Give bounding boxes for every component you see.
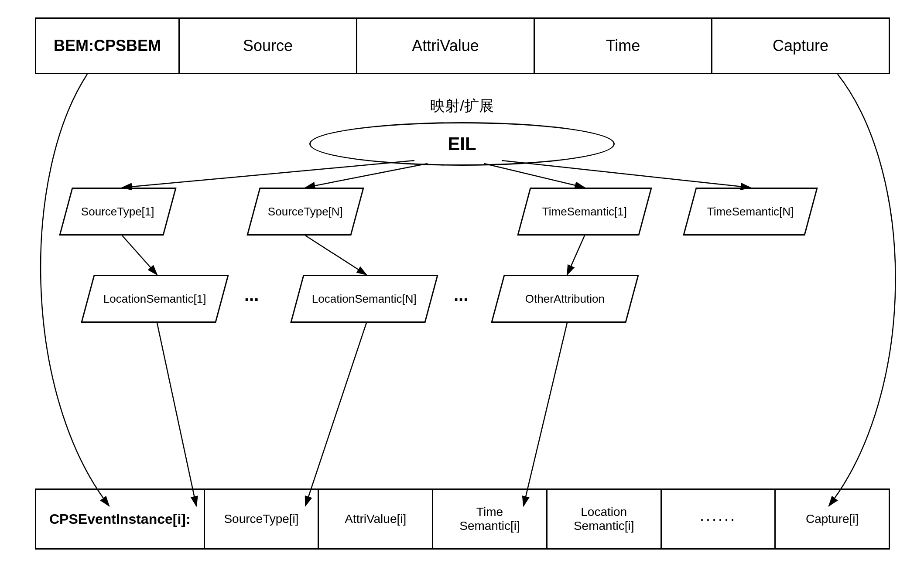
diamond-locationsemanticN: LocationSemantic[N] (290, 275, 438, 323)
bem-cols: Source AttriValue Time Capture (180, 19, 889, 73)
cps-col-location: LocationSemantic[i] (548, 490, 662, 548)
cps-col-dots: ······ (662, 490, 776, 548)
cps-cols: SourceType[i] AttriValue[i] TimeSemantic… (205, 490, 889, 548)
dots-left: ··· (244, 290, 259, 310)
eil-container: EIL (309, 122, 615, 166)
diagram-container: BEM:CPSBEM Source AttriValue Time Captur… (0, 0, 924, 567)
svg-line-7 (305, 236, 366, 275)
diamond-sourcetype1: SourceType[1] (59, 188, 176, 236)
diamond-timesemantic1: TimeSemantic[1] (517, 188, 652, 236)
bem-col-capture: Capture (712, 19, 889, 73)
cps-box: CPSEventInstance[i]: SourceType[i] Attri… (35, 488, 890, 550)
bem-col-source: Source (180, 19, 357, 73)
svg-line-6 (122, 236, 157, 275)
svg-line-11 (524, 323, 567, 506)
cps-col-attrivalue: AttriValue[i] (319, 490, 433, 548)
cps-label: CPSEventInstance[i]: (36, 490, 205, 548)
diamond-locationsemantic1: LocationSemantic[1] (81, 275, 229, 323)
bem-box: BEM:CPSBEM Source AttriValue Time Captur… (35, 17, 890, 74)
bem-label: BEM:CPSBEM (36, 19, 180, 73)
bem-col-time: Time (535, 19, 712, 73)
eil-ellipse: EIL (309, 122, 615, 166)
svg-line-3 (305, 164, 428, 188)
diamond-timesemanticN: TimeSemantic[N] (683, 188, 818, 236)
dots-right: ··· (454, 290, 468, 310)
bem-col-attrivalue: AttriValue (357, 19, 535, 73)
cps-col-sourcetype: SourceType[i] (205, 490, 319, 548)
diamond-sourcetypeN: SourceType[N] (246, 188, 364, 236)
diamond-otherattribution: OtherAttribution (491, 275, 639, 323)
svg-line-8 (567, 236, 585, 275)
mapping-label: 映射/扩展 (430, 96, 493, 116)
svg-line-4 (484, 164, 585, 188)
eil-label: EIL (448, 133, 476, 154)
svg-line-9 (157, 323, 196, 506)
cps-col-time: TimeSemantic[i] (433, 490, 548, 548)
cps-col-capture: Capture[i] (776, 490, 889, 548)
svg-line-10 (305, 323, 366, 506)
